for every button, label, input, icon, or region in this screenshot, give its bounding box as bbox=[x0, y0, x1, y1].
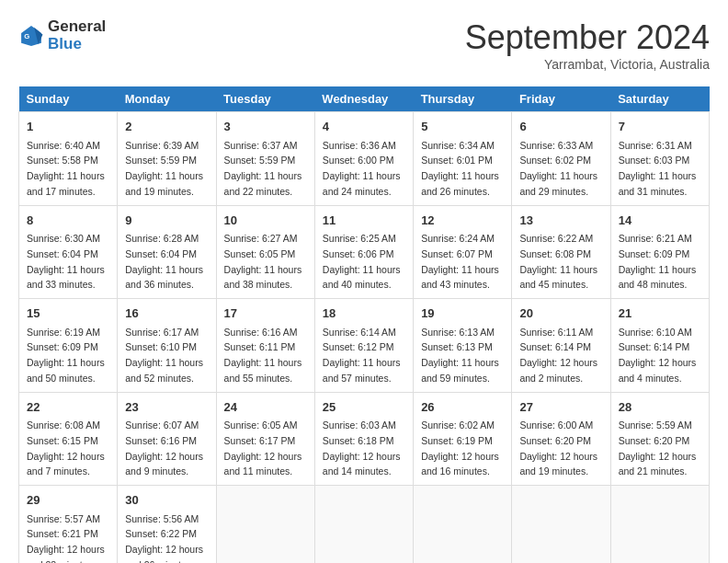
sunrise: Sunrise: 6:33 AM bbox=[519, 140, 593, 151]
day-number: 28 bbox=[619, 398, 701, 417]
sunset: Sunset: 6:20 PM bbox=[619, 435, 690, 446]
daylight: Daylight: 12 hours and 2 minutes. bbox=[519, 357, 597, 384]
calendar-cell: 1 Sunrise: 6:40 AM Sunset: 5:58 PM Dayli… bbox=[19, 112, 118, 206]
sunrise: Sunrise: 6:27 AM bbox=[224, 233, 298, 244]
daylight: Daylight: 11 hours and 29 minutes. bbox=[519, 170, 597, 197]
calendar-cell: 22 Sunrise: 6:08 AM Sunset: 6:15 PM Dayl… bbox=[19, 392, 118, 486]
calendar-cell bbox=[512, 486, 610, 564]
sunrise: Sunrise: 6:21 AM bbox=[619, 233, 692, 244]
sunrise: Sunrise: 5:59 AM bbox=[619, 419, 692, 431]
daylight: Daylight: 11 hours and 50 minutes. bbox=[27, 357, 105, 384]
day-header-wednesday: Wednesday bbox=[314, 86, 413, 112]
day-number: 11 bbox=[323, 212, 405, 230]
calendar-cell: 9 Sunrise: 6:28 AM Sunset: 6:04 PM Dayli… bbox=[118, 205, 216, 299]
sunrise: Sunrise: 5:57 AM bbox=[27, 513, 100, 524]
sunset: Sunset: 6:14 PM bbox=[519, 341, 591, 352]
sunset: Sunset: 6:05 PM bbox=[224, 248, 296, 259]
calendar-cell: 13 Sunrise: 6:22 AM Sunset: 6:08 PM Dayl… bbox=[512, 205, 610, 299]
day-number: 1 bbox=[27, 118, 109, 136]
calendar-cell: 30 Sunrise: 5:56 AM Sunset: 6:22 PM Dayl… bbox=[118, 486, 216, 564]
calendar-cell: 14 Sunrise: 6:21 AM Sunset: 6:09 PM Dayl… bbox=[610, 205, 709, 299]
day-number: 23 bbox=[125, 398, 208, 417]
daylight: Daylight: 11 hours and 45 minutes. bbox=[519, 264, 597, 291]
sunset: Sunset: 6:12 PM bbox=[323, 341, 394, 352]
title-block: September 2024 Yarrambat, Victoria, Aust… bbox=[465, 18, 710, 72]
calendar-cell: 4 Sunrise: 6:36 AM Sunset: 6:00 PM Dayli… bbox=[314, 112, 413, 206]
calendar-cell: 20 Sunrise: 6:11 AM Sunset: 6:14 PM Dayl… bbox=[512, 299, 610, 393]
daylight: Daylight: 12 hours and 26 minutes. bbox=[125, 544, 203, 563]
calendar-cell: 25 Sunrise: 6:03 AM Sunset: 6:18 PM Dayl… bbox=[314, 392, 413, 486]
sunrise: Sunrise: 6:40 AM bbox=[27, 140, 100, 151]
day-number: 27 bbox=[519, 398, 602, 417]
calendar-cell: 2 Sunrise: 6:39 AM Sunset: 5:59 PM Dayli… bbox=[118, 112, 216, 206]
day-number: 18 bbox=[323, 304, 405, 323]
day-header-sunday: Sunday bbox=[19, 86, 118, 112]
calendar-cell: 15 Sunrise: 6:19 AM Sunset: 6:09 PM Dayl… bbox=[19, 299, 118, 393]
day-number: 17 bbox=[224, 304, 307, 323]
calendar-cell: 17 Sunrise: 6:16 AM Sunset: 6:11 PM Dayl… bbox=[216, 299, 314, 393]
daylight: Daylight: 12 hours and 23 minutes. bbox=[27, 544, 105, 563]
calendar-cell: 21 Sunrise: 6:10 AM Sunset: 6:14 PM Dayl… bbox=[610, 299, 709, 393]
calendar-week-4: 22 Sunrise: 6:08 AM Sunset: 6:15 PM Dayl… bbox=[19, 392, 710, 486]
sunrise: Sunrise: 6:31 AM bbox=[619, 140, 692, 151]
sunrise: Sunrise: 5:56 AM bbox=[125, 513, 199, 524]
day-number: 4 bbox=[323, 118, 405, 136]
sunset: Sunset: 6:18 PM bbox=[323, 435, 394, 446]
calendar-week-1: 1 Sunrise: 6:40 AM Sunset: 5:58 PM Dayli… bbox=[19, 112, 710, 206]
sunset: Sunset: 6:10 PM bbox=[125, 341, 197, 352]
day-number: 9 bbox=[125, 212, 208, 230]
sunset: Sunset: 6:17 PM bbox=[224, 435, 296, 446]
sunrise: Sunrise: 6:03 AM bbox=[323, 419, 396, 431]
daylight: Daylight: 11 hours and 38 minutes. bbox=[224, 264, 302, 291]
day-number: 29 bbox=[27, 491, 109, 510]
daylight: Daylight: 12 hours and 11 minutes. bbox=[224, 451, 302, 477]
calendar-week-3: 15 Sunrise: 6:19 AM Sunset: 6:09 PM Dayl… bbox=[19, 299, 710, 393]
sunrise: Sunrise: 6:07 AM bbox=[125, 419, 199, 431]
sunrise: Sunrise: 6:36 AM bbox=[323, 140, 396, 151]
sunrise: Sunrise: 6:22 AM bbox=[519, 233, 593, 244]
calendar-cell: 29 Sunrise: 5:57 AM Sunset: 6:21 PM Dayl… bbox=[19, 486, 118, 564]
sunrise: Sunrise: 6:05 AM bbox=[224, 419, 298, 431]
calendar-cell: 24 Sunrise: 6:05 AM Sunset: 6:17 PM Dayl… bbox=[216, 392, 314, 486]
day-number: 5 bbox=[421, 118, 504, 136]
calendar-table: SundayMondayTuesdayWednesdayThursdayFrid… bbox=[18, 86, 710, 563]
day-number: 3 bbox=[224, 118, 307, 136]
subtitle: Yarrambat, Victoria, Australia bbox=[465, 57, 710, 72]
daylight: Daylight: 12 hours and 21 minutes. bbox=[619, 451, 697, 477]
calendar-cell: 8 Sunrise: 6:30 AM Sunset: 6:04 PM Dayli… bbox=[19, 205, 118, 299]
sunset: Sunset: 6:04 PM bbox=[125, 248, 197, 259]
sunrise: Sunrise: 6:00 AM bbox=[519, 419, 593, 431]
daylight: Daylight: 11 hours and 22 minutes. bbox=[224, 170, 302, 197]
day-number: 13 bbox=[519, 212, 602, 230]
sunrise: Sunrise: 6:02 AM bbox=[421, 419, 495, 431]
calendar-cell: 10 Sunrise: 6:27 AM Sunset: 6:05 PM Dayl… bbox=[216, 205, 314, 299]
daylight: Daylight: 11 hours and 36 minutes. bbox=[125, 264, 203, 291]
daylight: Daylight: 12 hours and 14 minutes. bbox=[323, 451, 401, 477]
sunset: Sunset: 6:15 PM bbox=[27, 435, 98, 446]
daylight: Daylight: 11 hours and 48 minutes. bbox=[619, 264, 697, 291]
day-number: 30 bbox=[125, 491, 208, 510]
sunset: Sunset: 6:00 PM bbox=[323, 155, 394, 166]
sunset: Sunset: 6:07 PM bbox=[421, 248, 493, 259]
day-header-saturday: Saturday bbox=[610, 86, 709, 112]
daylight: Daylight: 12 hours and 16 minutes. bbox=[421, 451, 499, 477]
sunset: Sunset: 6:03 PM bbox=[619, 155, 690, 166]
calendar-header-row: SundayMondayTuesdayWednesdayThursdayFrid… bbox=[19, 86, 710, 112]
sunset: Sunset: 5:59 PM bbox=[224, 155, 296, 166]
day-number: 24 bbox=[224, 398, 307, 417]
calendar-cell: 11 Sunrise: 6:25 AM Sunset: 6:06 PM Dayl… bbox=[314, 205, 413, 299]
day-number: 6 bbox=[519, 118, 602, 136]
month-title: September 2024 bbox=[465, 18, 710, 57]
day-number: 22 bbox=[27, 398, 109, 417]
day-number: 12 bbox=[421, 212, 504, 230]
sunrise: Sunrise: 6:34 AM bbox=[421, 140, 495, 151]
svg-text:G: G bbox=[24, 32, 29, 40]
calendar-cell bbox=[610, 486, 709, 564]
sunrise: Sunrise: 6:28 AM bbox=[125, 233, 199, 244]
calendar-cell: 23 Sunrise: 6:07 AM Sunset: 6:16 PM Dayl… bbox=[118, 392, 216, 486]
daylight: Daylight: 11 hours and 40 minutes. bbox=[323, 264, 401, 291]
page-header: G General Blue September 2024 Yarrambat,… bbox=[18, 18, 710, 72]
calendar-cell bbox=[216, 486, 314, 564]
daylight: Daylight: 11 hours and 19 minutes. bbox=[125, 170, 203, 197]
sunset: Sunset: 5:58 PM bbox=[27, 155, 98, 166]
